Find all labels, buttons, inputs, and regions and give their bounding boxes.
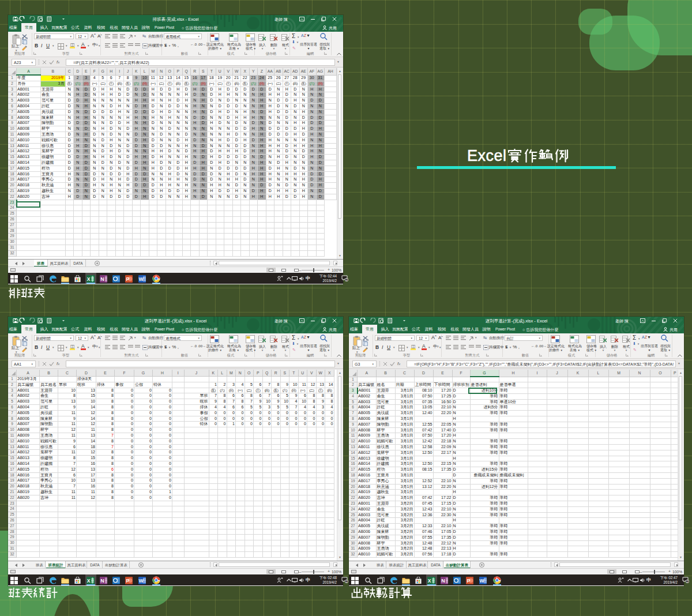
svg-text:2: 2 [345,278,347,281]
svg-text:W: W [138,578,144,584]
svg-text:X: X [428,577,431,583]
svg-text:N: N [441,578,445,584]
svg-text:X: X [87,577,91,583]
svg-text:N: N [100,578,104,584]
svg-text:P: P [467,578,471,584]
svg-text:P: P [126,578,130,584]
svg-text:2: 2 [686,580,688,583]
svg-text:2: 2 [345,580,347,583]
svg-text:W: W [138,276,144,282]
svg-text:N: N [100,276,104,282]
svg-text:P: P [126,276,130,282]
svg-text:X: X [87,276,91,281]
svg-text:W: W [479,578,484,584]
